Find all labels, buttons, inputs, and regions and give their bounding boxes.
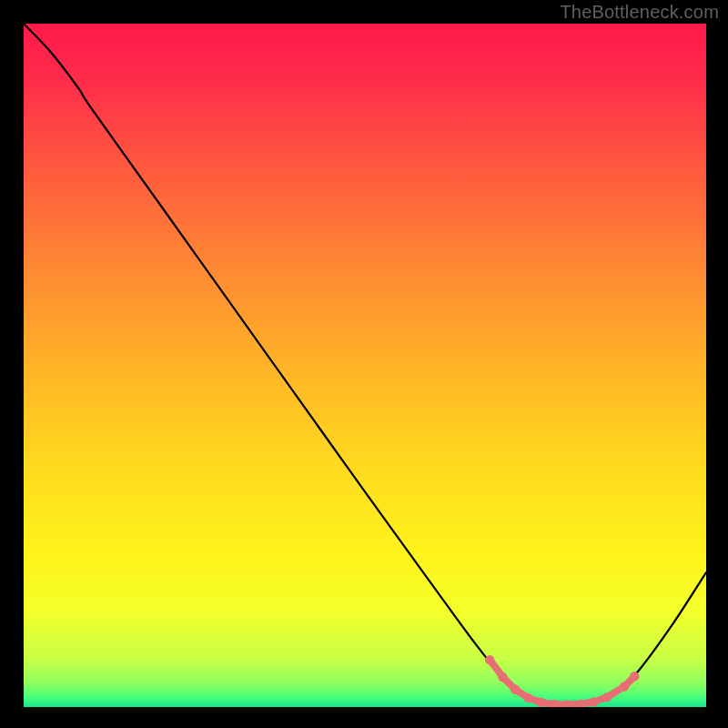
optimal-band-marker bbox=[511, 684, 520, 693]
chart-stage: TheBottleneck.com bbox=[0, 0, 728, 728]
optimal-band-marker bbox=[485, 655, 494, 664]
optimal-band-marker bbox=[498, 672, 507, 682]
chart-background bbox=[24, 24, 706, 707]
attribution-label: TheBottleneck.com bbox=[560, 2, 719, 23]
optimal-band-marker bbox=[602, 693, 612, 702]
bottleneck-chart bbox=[24, 24, 706, 707]
optimal-band-marker bbox=[536, 698, 545, 707]
optimal-band-marker bbox=[589, 697, 598, 706]
optimal-band-marker bbox=[630, 672, 639, 681]
optimal-band-marker bbox=[523, 693, 532, 703]
optimal-band-marker bbox=[620, 682, 629, 691]
